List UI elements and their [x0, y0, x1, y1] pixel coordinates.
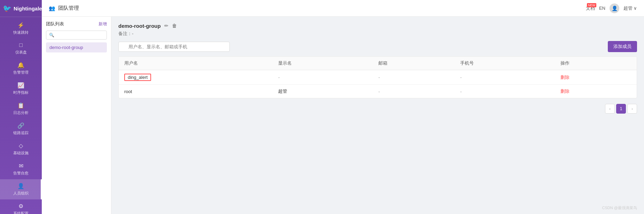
right-panel: demo-root-group ✏ 🗑 备注：- 🔍 添加成员	[111, 17, 644, 214]
table-row: root 超管 - - 删除	[119, 85, 637, 98]
delete-group-button[interactable]: 🗑	[171, 22, 178, 29]
toolbar: 🔍 添加成员	[118, 41, 637, 52]
add-member-button[interactable]: 添加成员	[608, 41, 637, 52]
table-header-row: 用户名 显示名 邮箱 手机号 操作	[119, 57, 637, 70]
sidebar-item-log-analysis[interactable]: 📋 日志分析	[0, 99, 42, 119]
alert-self-icon: ✉	[19, 163, 23, 169]
sidebar-item-label: 告警自愈	[13, 171, 29, 176]
cell-action: 删除	[555, 70, 637, 85]
left-panel-header: 团队列表 新增	[46, 21, 107, 27]
sidebar-item-label: 仪表盘	[15, 50, 27, 55]
user-dropdown-icon: ∨	[634, 6, 637, 11]
delete-member-button[interactable]: 删除	[560, 88, 570, 94]
col-phone: 手机号	[455, 57, 555, 70]
col-display-name: 显示名	[273, 57, 373, 70]
main-container: 👥 团队管理 文档 NEW EN 👤 超管 ∨ 团队列表 新增	[42, 0, 644, 214]
sidebar-item-sys-config[interactable]: ⚙ 系统配置	[0, 199, 42, 214]
cell-email: -	[373, 85, 455, 98]
sidebar-item-label: 告警管理	[13, 70, 29, 75]
group-header: demo-root-group ✏ 🗑	[118, 22, 637, 29]
sidebar-logo: 🐦 Nightingale	[0, 0, 42, 17]
language-switcher[interactable]: EN	[599, 6, 605, 11]
sidebar-item-trace[interactable]: 🔗 链路追踪	[0, 119, 42, 139]
sidebar-item-label: 时序指标	[13, 90, 29, 95]
team-list-title: 团队列表	[46, 21, 64, 27]
cell-phone: -	[455, 70, 555, 85]
page-title: 团队管理	[58, 5, 79, 11]
sidebar-item-label: 日志分析	[13, 110, 29, 115]
sidebar-item-label: 链路追踪	[13, 130, 29, 135]
sidebar-item-quick-jump[interactable]: ⚡ 快速跳转	[0, 18, 42, 39]
group-search-input[interactable]	[46, 31, 107, 40]
log-icon: 📋	[17, 102, 24, 109]
avatar[interactable]: 👤	[610, 3, 619, 13]
alert-icon: 🔔	[17, 62, 24, 68]
prev-page-button[interactable]: ‹	[605, 104, 615, 114]
trace-icon: 🔗	[17, 122, 24, 129]
delete-member-button[interactable]: 删除	[560, 74, 570, 81]
sidebar-item-infra[interactable]: ◇ 基础设施	[0, 139, 42, 159]
member-search-wrapper: 🔍	[118, 42, 230, 52]
table-row: ding_alert - - - 删除	[119, 70, 637, 85]
cell-display-name: 超管	[273, 85, 373, 98]
new-badge: NEW	[587, 3, 596, 7]
col-username: 用户名	[119, 57, 273, 70]
edit-group-button[interactable]: ✏	[164, 22, 169, 29]
group-actions: ✏ 🗑	[164, 22, 178, 29]
user-menu[interactable]: 超管 ∨	[623, 5, 637, 11]
col-email: 邮箱	[373, 57, 455, 70]
footer-watermark: CSDN @最强滴菜鸟	[602, 205, 637, 211]
sidebar-item-time-metrics[interactable]: 📈 时序指标	[0, 79, 42, 99]
dashboard-icon: □	[19, 42, 23, 48]
app-name: Nightingale	[14, 6, 42, 11]
members-table: 用户名 显示名 邮箱 手机号 操作 ding_alert -	[119, 57, 637, 98]
sidebar-item-label: 快速跳转	[13, 30, 29, 35]
infra-icon: ◇	[19, 142, 23, 149]
pagination: ‹ 1 ›	[118, 104, 637, 114]
group-name: demo-root-group	[118, 23, 161, 29]
current-page-button[interactable]: 1	[616, 104, 626, 114]
group-desc: 备注：-	[118, 31, 637, 37]
cell-action: 删除	[555, 85, 637, 98]
members-table-container: 用户名 显示名 邮箱 手机号 操作 ding_alert -	[118, 56, 637, 98]
people-icon: 👤	[17, 183, 24, 189]
metrics-icon: 📈	[17, 82, 24, 89]
new-group-button[interactable]: 新增	[99, 21, 107, 27]
col-action: 操作	[555, 57, 637, 70]
quick-jump-icon: ⚡	[17, 22, 24, 28]
sidebar-item-alert-mgmt[interactable]: 🔔 告警管理	[0, 58, 42, 79]
sidebar-item-label: 基础设施	[13, 150, 29, 156]
group-item-label: demo-root-group	[49, 45, 83, 50]
topbar-left: 👥 团队管理	[49, 5, 79, 11]
cell-email: -	[373, 70, 455, 85]
cell-phone: -	[455, 85, 555, 98]
sys-config-icon: ⚙	[18, 203, 23, 209]
username-label: 超管	[623, 5, 633, 11]
sidebar-item-dashboard[interactable]: □ 仪表盘	[0, 39, 42, 58]
topbar-right: 文档 NEW EN 👤 超管 ∨	[586, 3, 637, 13]
cell-display-name: -	[273, 70, 373, 85]
next-page-button[interactable]: ›	[627, 104, 637, 114]
highlighted-username: ding_alert	[124, 74, 151, 81]
group-item-demo-root[interactable]: demo-root-group	[46, 42, 107, 52]
topbar: 👥 团队管理 文档 NEW EN 👤 超管 ∨	[42, 0, 644, 17]
sidebar: 🐦 Nightingale ⚡ 快速跳转 □ 仪表盘 🔔 告警管理 📈 时序指标…	[0, 0, 42, 214]
logo-icon: 🐦	[3, 4, 11, 13]
cell-username: root	[119, 85, 273, 98]
doc-link[interactable]: 文档 NEW	[586, 5, 595, 11]
page-title-icon: 👥	[49, 5, 55, 11]
member-search-input[interactable]	[118, 42, 230, 52]
sidebar-item-label: 系统配置	[13, 211, 29, 214]
sidebar-item-people[interactable]: 👤 人员组织	[0, 179, 42, 199]
sidebar-item-label: 人员组织	[13, 191, 29, 196]
content-area: 团队列表 新增 demo-root-group demo-root-group …	[42, 17, 644, 214]
left-panel: 团队列表 新增 demo-root-group	[42, 17, 111, 214]
sidebar-item-alert-self[interactable]: ✉ 告警自愈	[0, 159, 42, 179]
cell-username: ding_alert	[119, 70, 273, 85]
